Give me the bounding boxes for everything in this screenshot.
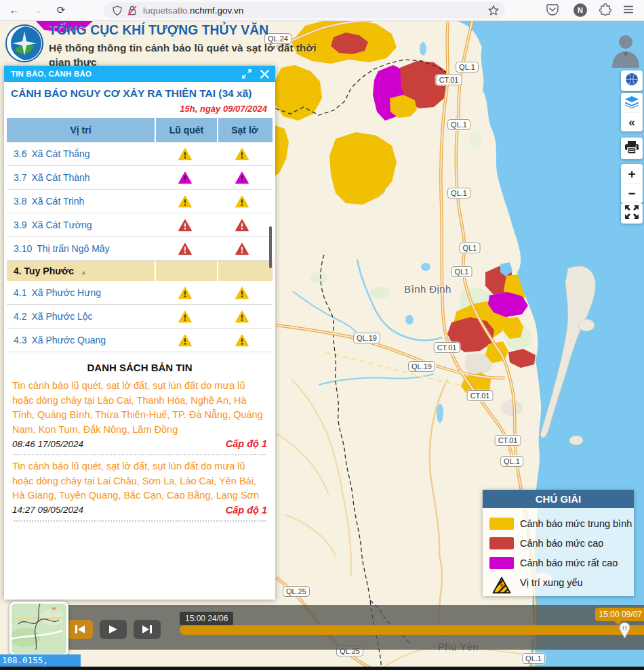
row-id: 3.7	[14, 172, 26, 183]
basemap-button[interactable]	[621, 70, 643, 91]
flood-warning-cell	[155, 287, 216, 299]
legend-swatch	[489, 537, 514, 549]
table-row[interactable]: 3.7Xã Cát Thành	[7, 166, 273, 190]
bulletin-text[interactable]: Tin cảnh báo lũ quét, sạt lở đất, sụt lú…	[12, 379, 267, 437]
row-id: 4.3	[14, 335, 26, 346]
section-row[interactable]: 4. Tuy Phước ▲	[7, 261, 273, 281]
row-location-link[interactable]: Thị trấn Ngô Mây	[37, 243, 109, 254]
map-legend: CHÚ GIẢI Cảnh báo mức trung bìnhCảnh báo…	[483, 490, 634, 596]
row-location-link[interactable]: Xã Phước Quang	[31, 335, 106, 346]
user-account-icon[interactable]	[609, 33, 642, 70]
globe-icon	[625, 72, 639, 89]
svg-text:H: H	[52, 606, 56, 611]
fullscreen-button[interactable]	[621, 203, 643, 224]
bulletin-divider	[14, 454, 266, 455]
cursor-coordinates: 108.0155, 13.1373	[0, 654, 81, 667]
column-header-1[interactable]: Vị trí	[7, 118, 155, 142]
row-location-link[interactable]: Xã Phước Lộc	[31, 311, 92, 322]
landslide-warning-cell	[216, 171, 268, 184]
bulletin-divider	[14, 520, 266, 522]
table-row[interactable]: 3.10Thị trấn Ngô Mây	[7, 237, 273, 261]
bulletin-list: Tin cảnh báo lũ quét, sạt lở đất, sụt lú…	[4, 376, 275, 522]
table-row[interactable]: 4.1Xã Phước Hưng	[7, 281, 273, 305]
landslide-warning-cell	[216, 287, 268, 299]
panel-body: CẢNH BÁO NGUY CƠ XẢY RA THIÊN TAI (34 xã…	[4, 82, 275, 600]
layers-icon[interactable]	[621, 93, 643, 112]
panel-titlebar-label: TIN BÁO, CẢNH BÁO	[11, 70, 240, 78]
timeline-start-tooltip: 15:00 24/06	[180, 612, 233, 625]
print-button[interactable]	[621, 138, 643, 159]
section-label: 4. Tuy Phước ▲	[7, 266, 155, 276]
bookmark-star-icon[interactable]	[488, 5, 499, 16]
expand-icon[interactable]	[240, 67, 254, 81]
sort-asc-icon[interactable]: ▲	[81, 269, 87, 276]
url-bar[interactable]: luquetsatlo.nchmf.gov.vn	[104, 2, 505, 18]
bulletin-level: Cấp độ 1	[226, 438, 267, 449]
warning-triangle-icon	[235, 195, 249, 208]
agency-logo-icon	[5, 24, 43, 65]
bulletin-time: 14:27 09/05/2024	[12, 505, 83, 515]
table-row[interactable]: 3.6Xã Cát Thắng	[7, 142, 273, 166]
insecure-lock-icon[interactable]	[127, 5, 137, 16]
bottom-strip	[0, 667, 644, 670]
extensions-puzzle-icon[interactable]	[599, 3, 613, 17]
warning-title: CẢNH BÁO NGUY CƠ XẢY RA THIÊN TAI (34 xã…	[4, 82, 275, 100]
timeline-track[interactable]	[180, 625, 644, 635]
skip-to-start-button[interactable]	[67, 620, 93, 639]
legend-items: Cảnh báo mức trung bìnhCảnh báo mức caoC…	[483, 508, 634, 596]
row-location-link[interactable]: Xã Phước Hưng	[31, 287, 101, 298]
table-row[interactable]: 4.3Xã Phước Quang	[7, 329, 273, 352]
minimap[interactable]: H	[9, 602, 68, 656]
back-button[interactable]: ←	[7, 3, 22, 18]
warning-triangle-icon	[178, 243, 192, 255]
menu-hamburger-icon[interactable]	[622, 3, 636, 17]
column-header-2[interactable]: Lũ quét	[155, 118, 217, 142]
warning-datetime: 15h, ngày 09/07/2024	[4, 100, 275, 118]
landslide-warning-cell	[216, 148, 268, 161]
pocket-icon[interactable]	[546, 3, 560, 17]
zoom-out-button[interactable]: −	[621, 184, 643, 203]
bulletin-item[interactable]: Tin cảnh báo lũ quét, sạt lở đất, sụt lú…	[4, 457, 275, 522]
column-header-3[interactable]: Sạt lở	[217, 118, 271, 142]
timeline-slider-handle[interactable]	[619, 622, 630, 642]
landslide-warning-cell	[216, 195, 268, 208]
bulletin-item[interactable]: Tin cảnh báo lũ quét, sạt lở đất, sụt lú…	[4, 376, 275, 455]
collapse-icon[interactable]: «	[621, 112, 643, 131]
url-subdomain: luquetsatlo.	[143, 5, 190, 16]
panel-titlebar[interactable]: TIN BÁO, CẢNH BÁO	[4, 66, 275, 82]
row-location-link[interactable]: Xã Cát Trinh	[31, 196, 84, 207]
table-row[interactable]: 4.2Xã Phước Lộc	[7, 305, 273, 329]
bulletin-level: Cấp độ 1	[226, 505, 267, 516]
panel-scrollbar[interactable]	[269, 226, 272, 268]
warning-triangle-icon	[178, 195, 192, 208]
row-id: 3.9	[14, 219, 26, 230]
legend-label: Cảnh báo mức rất cao	[520, 558, 618, 568]
row-location-link[interactable]: Xã Cát Tường	[31, 219, 92, 230]
row-location-link[interactable]: Xã Cát Thắng	[31, 148, 89, 159]
layers-panel-button[interactable]: «	[621, 93, 643, 131]
close-icon[interactable]	[258, 67, 271, 81]
legend-item: Cảnh báo mức cao	[489, 533, 627, 553]
url-text[interactable]: luquetsatlo.nchmf.gov.vn	[143, 5, 243, 16]
zoom-in-button[interactable]: +	[621, 165, 643, 184]
bulletin-heading: DANH SÁCH BẢN TIN	[4, 362, 275, 373]
table-row[interactable]: 3.8Xã Cát Trinh	[7, 190, 273, 213]
bulletin-text[interactable]: Tin cảnh báo lũ quét, sạt lở đất, sụt lú…	[12, 459, 267, 503]
row-id: 4.2	[14, 311, 26, 322]
row-location-link[interactable]: Xã Cát Thành	[31, 172, 89, 183]
fullscreen-icon	[625, 205, 639, 222]
profile-avatar[interactable]: N	[573, 3, 587, 17]
forward-button[interactable]: →	[30, 3, 45, 18]
warning-triangle-icon	[235, 219, 249, 232]
flood-warning-cell	[155, 195, 216, 208]
landslide-warning-cell	[216, 243, 268, 255]
row-id: 3.10	[14, 243, 32, 254]
play-button[interactable]	[100, 620, 127, 639]
site-header: TỔNG CỤC KHÍ TƯỢNG THỦY VĂN Hệ thống thô…	[5, 22, 317, 68]
landslide-warning-cell	[216, 219, 268, 232]
warning-triangle-icon	[178, 287, 192, 299]
reload-button[interactable]: ⟳	[54, 3, 68, 18]
tracking-shield-icon[interactable]	[113, 5, 122, 16]
skip-to-end-button[interactable]	[134, 620, 161, 639]
table-row[interactable]: 3.9Xã Cát Tường	[7, 213, 273, 237]
